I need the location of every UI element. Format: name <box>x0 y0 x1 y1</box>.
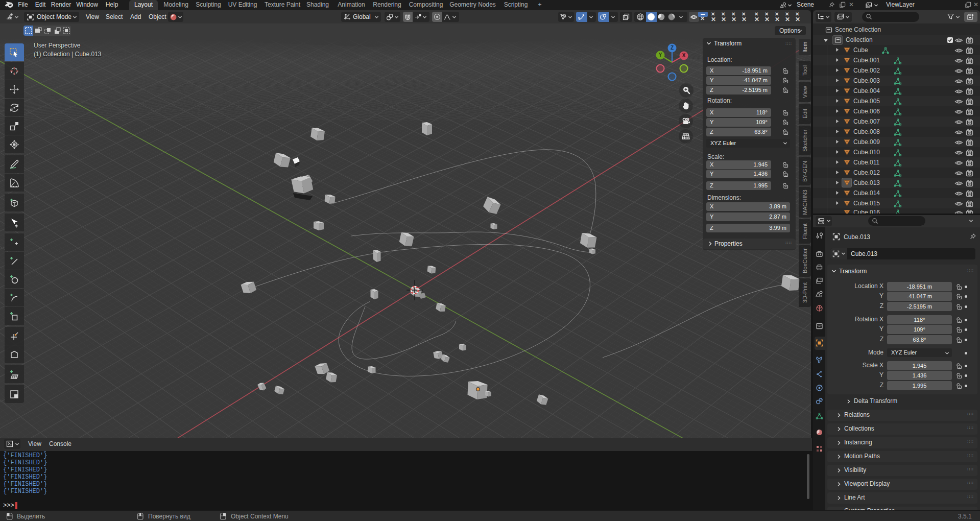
svg-text:Y: Y <box>659 52 662 58</box>
svg-text:X: X <box>682 53 686 58</box>
svg-text:Z: Z <box>671 45 674 51</box>
